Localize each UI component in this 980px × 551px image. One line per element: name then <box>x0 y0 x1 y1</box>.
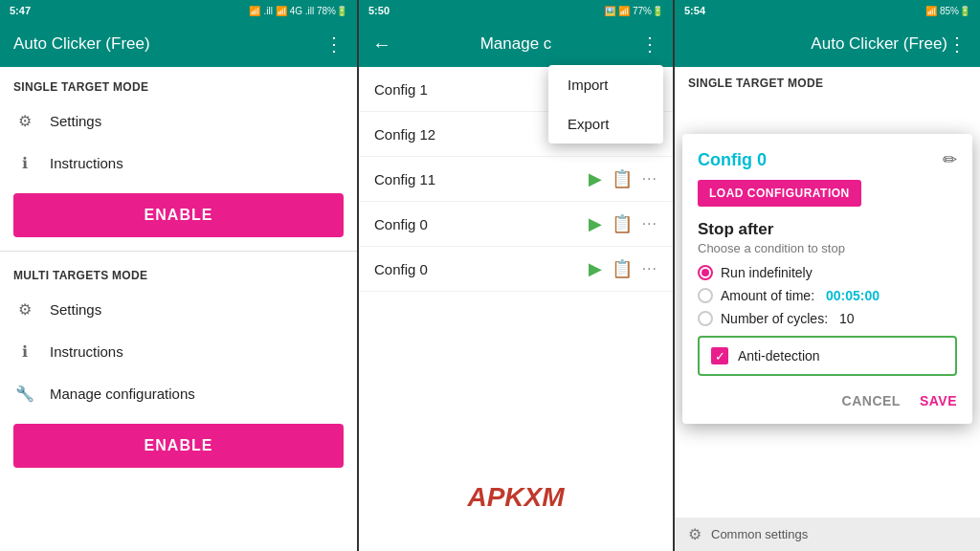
more-icon-4[interactable]: ··· <box>642 260 657 277</box>
app-bar-2: ← Manage c ⋮ <box>359 21 673 67</box>
config-actions-4: ▶ 📋 ··· <box>589 258 657 279</box>
panel-1: 5:47 📶 .ill 📶 4G .ill 78%🔋 Auto Clicker … <box>0 0 359 551</box>
manage-configs-item[interactable]: 🔧 Manage configurations <box>0 372 357 414</box>
play-icon-2[interactable]: ▶ <box>589 168 602 189</box>
app-title-3: Auto Clicker (Free) <box>811 34 947 54</box>
back-button[interactable]: ← <box>372 33 391 55</box>
config-row-2[interactable]: Config 11 ▶ 📋 ··· <box>359 157 673 202</box>
dialog-title-row: Config 0 ✏ <box>698 149 957 170</box>
radio-label-time: Amount of time: <box>721 288 814 303</box>
status-bar-3: 5:54 📶 85%🔋 <box>675 0 980 21</box>
export-item[interactable]: Export <box>548 104 663 143</box>
info-icon-multi: ℹ <box>13 340 36 363</box>
config-actions-3: ▶ 📋 ··· <box>589 213 657 234</box>
edit-icon[interactable]: ✏ <box>943 149 957 170</box>
cycles-value: 10 <box>839 311 855 326</box>
gear-icon-common: ⚙ <box>688 525 702 543</box>
battery-3: 85%🔋 <box>940 6 970 16</box>
single-instructions-label: Instructions <box>50 155 123 171</box>
status-icons-2: 🖼️ 📶 77%🔋 <box>604 6 663 16</box>
time-2: 5:50 <box>368 5 390 16</box>
gear-icon-single: ⚙ <box>13 109 36 132</box>
radio-circle-time <box>698 288 713 303</box>
config-row-4[interactable]: Config 0 ▶ 📋 ··· <box>359 247 673 292</box>
radio-circle-cycles <box>698 311 713 326</box>
load-config-button[interactable]: LOAD CONFIGURATION <box>698 180 861 207</box>
config-dialog: Config 0 ✏ LOAD CONFIGURATION Stop after… <box>682 134 972 424</box>
app-title-1: Auto Clicker (Free) <box>13 34 150 54</box>
multi-settings-label: Settings <box>50 301 101 318</box>
divider-1 <box>0 251 357 252</box>
anti-detection-checkbox[interactable]: ✓ <box>711 347 728 364</box>
multi-instructions-label: Instructions <box>50 343 123 360</box>
config-row-3[interactable]: Config 0 ▶ 📋 ··· <box>359 202 673 247</box>
app-bar-1: Auto Clicker (Free) ⋮ <box>0 21 357 67</box>
single-enable-button[interactable]: ENABLE <box>13 193 344 237</box>
overflow-menu-1[interactable]: ⋮ <box>324 33 344 55</box>
stop-after-sub: Choose a condition to stop <box>698 241 957 255</box>
signal-icon: .ill <box>263 6 272 16</box>
config-name-2: Config 11 <box>374 171 589 187</box>
radio-label-cycles: Number of cycles: <box>721 311 828 326</box>
save-button[interactable]: SAVE <box>920 393 957 408</box>
watermark: APKXM <box>467 482 564 513</box>
single-target-header-3: SINGLE TARGET MODE <box>688 77 967 98</box>
battery-1: 📶 4G .ill 78%🔋 <box>276 6 347 16</box>
cancel-button[interactable]: CANCEL <box>842 393 901 408</box>
wifi-2: 📶 <box>618 6 630 16</box>
copy-icon-3[interactable]: 📋 <box>612 213 633 234</box>
time-3: 5:54 <box>684 5 705 16</box>
single-settings-label: Settings <box>50 113 101 129</box>
status-icons-1: 📶 .ill 📶 4G .ill 78%🔋 <box>249 6 347 16</box>
wifi-icon: 📶 <box>249 6 260 16</box>
anti-detection-label: Anti-detection <box>738 348 820 364</box>
status-bar-1: 5:47 📶 .ill 📶 4G .ill 78%🔋 <box>0 0 357 21</box>
radio-amount-time[interactable]: Amount of time: 00:05:00 <box>698 288 957 303</box>
config-name-4: Config 0 <box>374 261 589 277</box>
info-icon-single: ℹ <box>13 151 36 174</box>
stop-after-title: Stop after <box>698 220 957 239</box>
config-name-3: Config 0 <box>374 216 589 232</box>
more-icon-3[interactable]: ··· <box>642 215 657 232</box>
time-1: 5:47 <box>10 5 31 16</box>
more-icon-2[interactable]: ··· <box>642 170 657 187</box>
anti-detection-box: ✓ Anti-detection <box>698 336 957 376</box>
overflow-menu-2[interactable]: ⋮ <box>640 33 659 55</box>
manage-title: Manage c <box>480 34 552 54</box>
single-instructions-item[interactable]: ℹ Instructions <box>0 142 357 184</box>
common-settings-label: Common settings <box>711 527 808 541</box>
wifi-3: 📶 <box>925 6 937 16</box>
import-item[interactable]: Import <box>548 65 663 104</box>
panel-3: 5:54 📶 85%🔋 Auto Clicker (Free) ⋮ SINGLE… <box>675 0 980 551</box>
status-icons-3: 📶 85%🔋 <box>925 6 970 16</box>
play-icon-3[interactable]: ▶ <box>589 213 602 234</box>
config-actions-2: ▶ 📋 ··· <box>589 168 657 189</box>
manage-configs-label: Manage configurations <box>50 386 195 402</box>
time-value: 00:05:00 <box>826 288 880 303</box>
common-settings-bar[interactable]: ⚙ Common settings <box>675 518 980 551</box>
gear-icon-multi: ⚙ <box>13 298 36 320</box>
multi-enable-button[interactable]: ENABLE <box>13 424 344 468</box>
dialog-actions: CANCEL SAVE <box>698 386 957 408</box>
dropdown-menu: Import Export <box>548 65 663 143</box>
radio-circle-indefinitely <box>698 265 713 280</box>
copy-icon-2[interactable]: 📋 <box>612 168 633 189</box>
dialog-config-title: Config 0 <box>698 150 767 170</box>
screenshot-icon: 🖼️ <box>604 6 615 16</box>
panel-2: 5:50 🖼️ 📶 77%🔋 ← Manage c ⋮ Import Expor… <box>359 0 675 551</box>
radio-run-indefinitely[interactable]: Run indefinitely <box>698 265 957 280</box>
battery-2: 77%🔋 <box>633 6 663 16</box>
play-icon-4[interactable]: ▶ <box>589 258 602 279</box>
single-target-header: SINGLE TARGET MODE <box>0 67 357 99</box>
radio-number-cycles[interactable]: Number of cycles: 10 <box>698 311 957 326</box>
radio-label-indefinitely: Run indefinitely <box>721 265 813 280</box>
app-bar-3: Auto Clicker (Free) ⋮ <box>675 21 980 67</box>
overflow-menu-3[interactable]: ⋮ <box>947 33 967 55</box>
wrench-icon: 🔧 <box>13 382 36 405</box>
multi-instructions-item[interactable]: ℹ Instructions <box>0 330 357 372</box>
copy-icon-4[interactable]: 📋 <box>612 258 633 279</box>
multi-target-header: MULTI TARGETS MODE <box>0 255 357 288</box>
status-bar-2: 5:50 🖼️ 📶 77%🔋 <box>359 0 673 21</box>
single-settings-item[interactable]: ⚙ Settings <box>0 99 357 142</box>
multi-settings-item[interactable]: ⚙ Settings <box>0 288 357 330</box>
